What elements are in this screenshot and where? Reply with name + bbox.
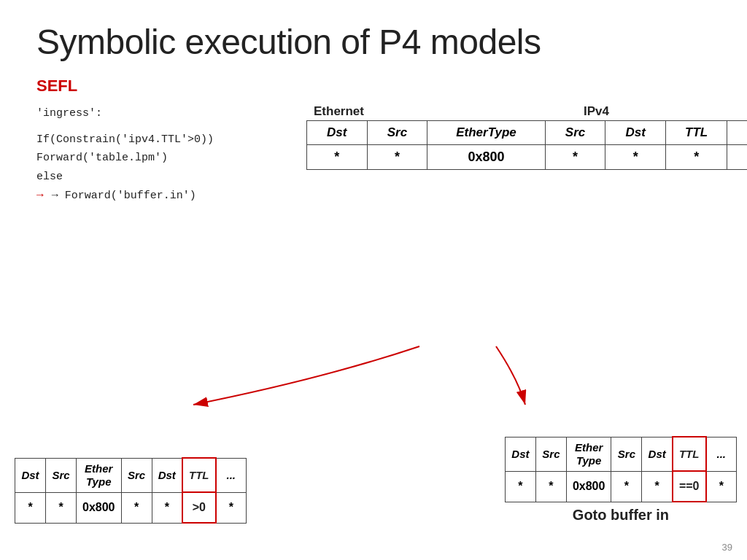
bl-th-src2: Src xyxy=(121,458,152,492)
bl-th-dst: Dst xyxy=(15,458,46,492)
main-table-header-row: Dst Src EtherType Src Dst TTL ... xyxy=(307,121,748,145)
table-header-row: Ethernet IPv4 xyxy=(306,104,747,119)
bl-th-etc: ... xyxy=(216,458,247,492)
code-line5-text: → Forward('buffer.in') xyxy=(52,190,196,202)
slide: Symbolic execution of P4 models SEFL 'in… xyxy=(0,0,747,560)
goto-label: Goto buffer in xyxy=(505,507,737,524)
bottom-left-table: Dst Src EtherType Src Dst TTL ... * * 0x… xyxy=(15,457,247,524)
code-line2: If(Constrain('ipv4.TTL'>0)) xyxy=(36,131,306,149)
main-th-src2: Src xyxy=(545,121,605,145)
main-table-data-row: * * 0x800 * * * * xyxy=(307,145,748,170)
main-td-src: * xyxy=(367,145,427,170)
br-th-etc: ... xyxy=(706,437,737,471)
main-th-dst2: Dst xyxy=(605,121,666,145)
ipv4-header: IPv4 xyxy=(584,104,747,119)
slide-number: 39 xyxy=(722,542,732,553)
top-tables-area: Ethernet IPv4 Dst Src EtherType Src Dst … xyxy=(306,104,747,170)
br-td-src: * xyxy=(535,471,566,502)
main-td-ethertype: 0x800 xyxy=(427,145,546,170)
br-th-dst2: Dst xyxy=(642,437,673,471)
br-th-src: Src xyxy=(535,437,566,471)
br-th-src2: Src xyxy=(611,437,642,471)
main-table: Dst Src EtherType Src Dst TTL ... * * 0x… xyxy=(306,120,747,170)
bottom-right-data-row: * * 0x800 * * ==0 * xyxy=(505,471,736,502)
bl-td-dst: * xyxy=(15,492,46,523)
code-line5: → → Forward('buffer.in') xyxy=(36,186,306,206)
bottom-left-header-row: Dst Src EtherType Src Dst TTL ... xyxy=(15,458,247,492)
br-td-etc: * xyxy=(706,471,737,502)
br-td-src2: * xyxy=(611,471,642,502)
ethernet-header: Ethernet xyxy=(314,104,540,119)
main-td-etc: * xyxy=(727,145,747,170)
main-td-src2: * xyxy=(545,145,605,170)
br-th-dst: Dst xyxy=(505,437,535,471)
bl-td-src2: * xyxy=(121,492,152,523)
bl-th-ethertype: EtherType xyxy=(77,458,122,492)
bl-td-ethertype: 0x800 xyxy=(77,492,122,523)
br-td-ttl: ==0 xyxy=(673,471,706,502)
main-td-dst2: * xyxy=(605,145,666,170)
br-th-ethertype: EtherType xyxy=(566,437,611,471)
red-arrow: → xyxy=(36,189,44,202)
code-area: 'ingress': If(Constrain('ipv4.TTL'>0)) F… xyxy=(36,104,306,213)
sefl-label: SEFL xyxy=(36,77,711,96)
bottom-right-table: Dst Src EtherType Src Dst TTL ... * * 0x… xyxy=(505,436,737,502)
bl-td-ttl: >0 xyxy=(182,492,216,523)
br-th-ttl: TTL xyxy=(673,437,706,471)
top-section: 'ingress': If(Constrain('ipv4.TTL'>0)) F… xyxy=(36,104,711,213)
bl-th-ttl: TTL xyxy=(182,458,216,492)
br-td-dst: * xyxy=(505,471,535,502)
bottom-section: Dst Src EtherType Src Dst TTL ... * * 0x… xyxy=(15,436,737,524)
bl-th-src: Src xyxy=(46,458,77,492)
main-th-ttl: TTL xyxy=(665,121,727,145)
br-td-dst2: * xyxy=(642,471,673,502)
code-block: 'ingress': If(Constrain('ipv4.TTL'>0)) F… xyxy=(36,104,306,206)
bottom-right-area: Dst Src EtherType Src Dst TTL ... * * 0x… xyxy=(505,436,737,524)
code-line1: 'ingress': xyxy=(36,104,306,123)
main-td-ttl: * xyxy=(665,145,727,170)
bl-td-src: * xyxy=(46,492,77,523)
main-th-src: Src xyxy=(367,121,427,145)
main-td-dst: * xyxy=(307,145,368,170)
bl-td-etc: * xyxy=(216,492,247,523)
slide-title: Symbolic execution of P4 models xyxy=(36,22,711,62)
bl-td-dst2: * xyxy=(152,492,182,523)
bl-th-dst2: Dst xyxy=(152,458,182,492)
main-th-dst: Dst xyxy=(307,121,368,145)
br-td-ethertype: 0x800 xyxy=(566,471,611,502)
main-th-ethertype: EtherType xyxy=(427,121,546,145)
main-th-etc: ... xyxy=(727,121,747,145)
code-line3: Forward('table.lpm') xyxy=(36,149,306,168)
bottom-left-data-row: * * 0x800 * * >0 * xyxy=(15,492,247,523)
bottom-left-area: Dst Src EtherType Src Dst TTL ... * * 0x… xyxy=(15,457,247,524)
bottom-right-header-row: Dst Src EtherType Src Dst TTL ... xyxy=(505,437,736,471)
code-line4: else xyxy=(36,168,306,187)
